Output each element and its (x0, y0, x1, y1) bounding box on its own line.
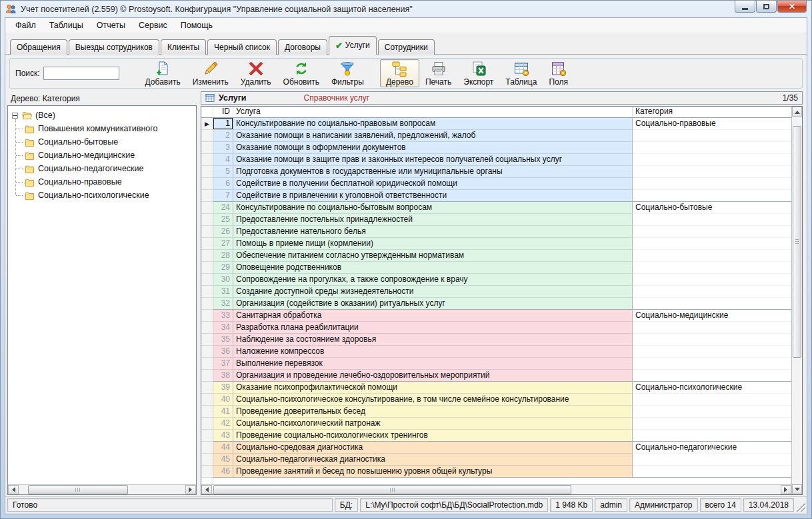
table-row[interactable]: 24Консультирование по социально-бытовым … (201, 202, 791, 214)
scrollbar-thumb[interactable] (793, 126, 801, 358)
cell-id[interactable]: 6 (213, 178, 233, 190)
cell-id[interactable]: 3 (213, 142, 233, 154)
table-row[interactable]: 40Социально-психологическое консультиров… (201, 394, 791, 406)
row-marker-cell[interactable] (201, 130, 213, 142)
cell-id[interactable]: 2 (213, 130, 233, 142)
row-marker-cell[interactable] (201, 430, 213, 442)
row-marker-cell[interactable] (201, 190, 213, 202)
tree-item-6[interactable]: Социально-психологические (15, 189, 195, 202)
cell-id[interactable]: 32 (213, 298, 233, 310)
table-row[interactable]: ▶1Консультирование по социально-правовым… (201, 118, 791, 130)
cell-id[interactable]: 5 (213, 166, 233, 178)
scrollbar-thumb[interactable] (28, 485, 128, 494)
cell-id[interactable]: 31 (213, 286, 233, 298)
cell-service[interactable]: Оказание психопрофилактической помощи (233, 382, 633, 394)
cell-service[interactable]: Социально-педагогическая диагностика (233, 454, 633, 466)
menu-item-3[interactable]: Отчеты (90, 19, 132, 32)
minimize-button[interactable] (735, 1, 755, 13)
row-marker-cell[interactable] (201, 418, 213, 430)
cell-service[interactable]: Помощь в приеме пищи (кормлении) (233, 238, 633, 250)
cell-service[interactable]: Предоставление постельных принадлежносте… (233, 214, 633, 226)
cell-id[interactable]: 41 (213, 406, 233, 418)
cell-category[interactable] (633, 394, 791, 406)
cell-id[interactable]: 44 (213, 442, 233, 454)
row-marker-cell[interactable] (201, 226, 213, 238)
row-marker-cell[interactable] (201, 286, 213, 298)
tree-root-all[interactable]: (Все) (10, 109, 195, 122)
column-header-id[interactable]: ID (213, 107, 233, 117)
tab-1[interactable]: Обращения (10, 39, 67, 55)
current-row-marker[interactable]: ▶ (201, 118, 213, 130)
table-row[interactable]: 31Создание доступной среды жизнедеятельн… (201, 286, 791, 298)
cell-id[interactable]: 34 (213, 322, 233, 334)
cell-service[interactable]: Санитарная обработка (233, 310, 633, 322)
cell-id[interactable]: 29 (213, 262, 233, 274)
tree-item-2[interactable]: Социально-бытовые (15, 135, 195, 149)
cell-category[interactable]: Социально-психологические (633, 382, 791, 394)
cell-category[interactable]: Социально-педагогические (633, 442, 791, 454)
tab-2[interactable]: Выезды сотрудников (69, 39, 159, 55)
row-marker-cell[interactable] (201, 370, 213, 382)
collapse-icon[interactable] (12, 113, 18, 119)
cell-id[interactable]: 4 (213, 154, 233, 166)
scrollbar-track[interactable] (212, 485, 781, 494)
maximize-button[interactable] (756, 1, 777, 13)
cell-id[interactable]: 27 (213, 238, 233, 250)
row-marker-cell[interactable] (201, 142, 213, 154)
table-row[interactable]: 45Социально-педагогическая диагностика (201, 454, 791, 466)
row-marker-cell[interactable] (201, 334, 213, 346)
row-marker-cell[interactable] (201, 442, 213, 454)
table-row[interactable]: 5Подготовка документов в государственные… (201, 166, 791, 178)
cell-service[interactable]: Оказание помощи в защите прав и законных… (233, 154, 633, 166)
delete-button[interactable]: Удалить (235, 59, 277, 87)
cell-category[interactable] (633, 154, 791, 166)
cell-category[interactable] (633, 262, 791, 274)
cell-category[interactable] (633, 346, 791, 358)
table-row[interactable]: 29Оповещение родственников (201, 262, 791, 274)
table-row[interactable]: 46Проведение занятий и бесед по повышени… (201, 466, 791, 478)
table-row[interactable]: 42Социально-психологический патронаж (201, 418, 791, 430)
search-input[interactable] (43, 67, 119, 80)
menu-item-5[interactable]: Помощь (174, 19, 219, 32)
cell-category[interactable] (633, 454, 791, 466)
tab-5[interactable]: Договоры (278, 39, 327, 55)
cell-service[interactable]: Консультирование по социально-правовым в… (233, 118, 633, 130)
cell-id[interactable]: 37 (213, 358, 233, 370)
cell-service[interactable]: Оказание помощи в написании заявлений, п… (233, 130, 633, 142)
tab-7[interactable]: Сотрудники (378, 39, 435, 55)
cell-service[interactable]: Выполнение перевязок (233, 358, 633, 370)
table-row[interactable]: 35Наблюдение за состоянием здоровья (201, 334, 791, 346)
table-row[interactable]: 37Выполнение перевязок (201, 358, 791, 370)
table-row[interactable]: 44Социально-средовая диагностикаСоциальн… (201, 442, 791, 454)
cell-service[interactable]: Социально-средовая диагностика (233, 442, 633, 454)
tab-4[interactable]: Черный список (207, 39, 277, 55)
row-marker-cell[interactable] (201, 178, 213, 190)
cell-id[interactable]: 33 (213, 310, 233, 322)
cell-service[interactable]: Разработка плана реабилитации (233, 322, 633, 334)
cell-service[interactable]: Проведение социально-психологических тре… (233, 430, 633, 442)
tree-item-1[interactable]: Повышения коммуникативного (15, 122, 195, 135)
scroll-right-button[interactable] (781, 485, 791, 494)
cell-service[interactable]: Наложение компрессов (233, 346, 633, 358)
table-row[interactable]: 6Содействие в получении бесплатной юриди… (201, 178, 791, 190)
tree-item-5[interactable]: Социально-правовые (15, 175, 195, 189)
cell-category[interactable]: Социально-правовые (633, 118, 791, 130)
cell-category[interactable] (633, 274, 791, 286)
cell-category[interactable] (633, 358, 791, 370)
menu-item-4[interactable]: Сервис (132, 19, 174, 32)
scroll-left-button[interactable] (8, 485, 19, 494)
cell-service[interactable]: Создание доступной среды жизнедеятельнос… (233, 286, 633, 298)
cell-category[interactable] (633, 130, 791, 142)
cell-service[interactable]: Организация (содействие в оказании) риту… (233, 298, 633, 310)
add-button[interactable]: Добавить (139, 59, 187, 87)
resize-grip[interactable] (797, 498, 805, 512)
cell-category[interactable] (633, 238, 791, 250)
table-row[interactable]: 28Обеспечение питанием согласно утвержде… (201, 250, 791, 262)
tree-item-3[interactable]: Социально-медицинские (15, 149, 195, 162)
table-row[interactable]: 4Оказание помощи в защите прав и законны… (201, 154, 791, 166)
cell-id[interactable]: 46 (213, 466, 233, 478)
row-marker-cell[interactable] (201, 154, 213, 166)
cell-id[interactable]: 39 (213, 382, 233, 394)
table-row[interactable]: 39Оказание психопрофилактической помощиС… (201, 382, 791, 394)
cell-id[interactable]: 35 (213, 334, 233, 346)
